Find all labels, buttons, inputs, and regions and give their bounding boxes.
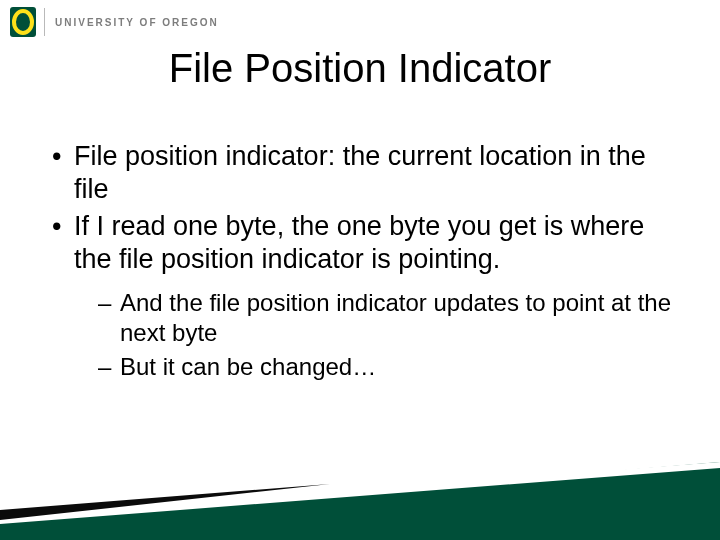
bullet-text: If I read one byte, the one byte you get… bbox=[74, 211, 644, 274]
slide-body: File position indicator: the current loc… bbox=[52, 140, 680, 386]
sub-bullet-text: And the file position indicator updates … bbox=[120, 289, 671, 346]
oregon-o-logo-icon bbox=[10, 7, 36, 37]
sub-bullet-text: But it can be changed… bbox=[120, 353, 376, 380]
slide: UNIVERSITY OF OREGON File Position Indic… bbox=[0, 0, 720, 540]
bullet-item: File position indicator: the current loc… bbox=[52, 140, 680, 206]
svg-marker-2 bbox=[0, 462, 720, 540]
svg-marker-3 bbox=[0, 462, 720, 524]
bullet-text: File position indicator: the current loc… bbox=[74, 141, 646, 204]
sub-bullet-item: And the file position indicator updates … bbox=[98, 288, 680, 348]
sub-bullet-item: But it can be changed… bbox=[98, 352, 680, 382]
slide-header: UNIVERSITY OF OREGON bbox=[10, 4, 710, 40]
slide-footer-graphic bbox=[0, 462, 720, 540]
header-divider bbox=[44, 8, 45, 36]
university-label: UNIVERSITY OF OREGON bbox=[55, 17, 219, 28]
svg-marker-4 bbox=[0, 484, 330, 520]
slide-title: File Position Indicator bbox=[0, 46, 720, 91]
bullet-item: If I read one byte, the one byte you get… bbox=[52, 210, 680, 382]
